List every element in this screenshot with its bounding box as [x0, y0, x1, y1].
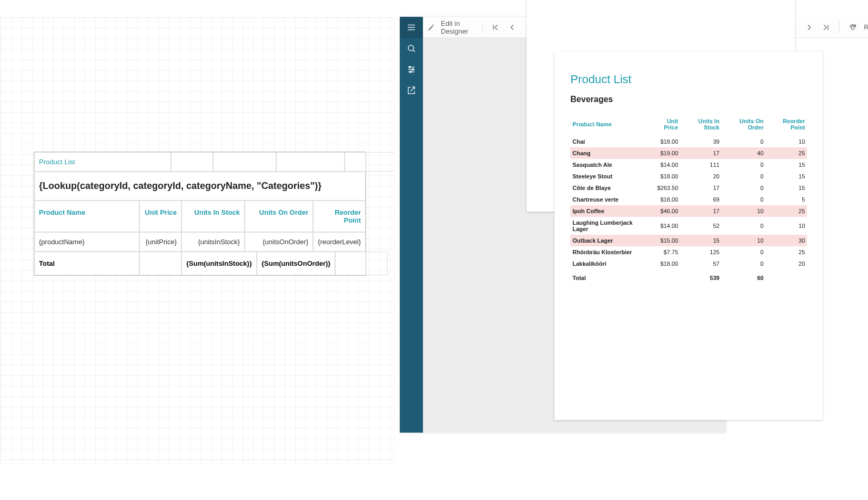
- table-row: Rhönbräu Klosterbier$7.75125025: [570, 246, 807, 258]
- table-row: Chai$18.0039010: [570, 136, 807, 147]
- refresh-icon: [849, 23, 857, 32]
- report-page: Product List Beverages Product Name Unit…: [554, 52, 823, 420]
- cell-stock: 17: [680, 147, 722, 159]
- field-units-order[interactable]: {unitsOnOrder}: [245, 232, 313, 252]
- designer-canvas[interactable]: Product List {Lookup(categoryId, categor…: [0, 17, 395, 464]
- col-header-stock[interactable]: Units In Stock: [181, 201, 245, 232]
- cell-price: $7.75: [649, 246, 680, 258]
- cell-price: $18.00: [649, 171, 680, 182]
- refresh-button[interactable]: [847, 22, 859, 33]
- viewer-window: Edit in Designer 1 / 1: [400, 17, 726, 433]
- cell-order: 0: [722, 136, 766, 147]
- col-header-reorder[interactable]: Reorder Point: [313, 201, 366, 232]
- separator: [839, 22, 840, 33]
- sum-order-expr[interactable]: {Sum(unitsOnOrder)}: [257, 252, 335, 275]
- cell-order: 40: [722, 147, 766, 159]
- cell-name: Outback Lager: [570, 235, 649, 246]
- document-viewport[interactable]: Product List Beverages Product Name Unit…: [423, 38, 868, 433]
- search-button[interactable]: [400, 38, 423, 59]
- field-product-name[interactable]: {productName}: [34, 232, 139, 252]
- cell-order: 10: [722, 235, 766, 246]
- col-header-price[interactable]: Unit Price: [139, 201, 181, 232]
- design-table[interactable]: Product List {Lookup(categoryId, categor…: [34, 152, 366, 276]
- svg-point-3: [408, 45, 414, 51]
- cell-name: Rhönbräu Klosterbier: [570, 246, 649, 258]
- cell-name: Sasquatch Ale: [570, 159, 649, 171]
- cell-reorder: 25: [765, 246, 807, 258]
- prev-page-button[interactable]: [507, 22, 518, 33]
- cell-order: 10: [722, 205, 766, 217]
- product-table: Product Name Unit Price Units In Stock U…: [570, 115, 807, 284]
- cell-reorder: 5: [765, 194, 807, 205]
- table-row: Sasquatch Ale$14.00111015: [570, 159, 807, 171]
- chevron-right-icon: [805, 23, 813, 32]
- sum-stock-expr[interactable]: {Sum(unitsInStock)}: [181, 252, 257, 275]
- cell-price: $15.00: [649, 235, 680, 246]
- refresh-label[interactable]: Refresh: [864, 23, 868, 31]
- total-label[interactable]: Total: [34, 252, 139, 275]
- cell-order: 0: [722, 258, 766, 269]
- parameters-button[interactable]: [400, 59, 423, 80]
- sliders-icon: [407, 65, 416, 74]
- th-name: Product Name: [570, 115, 649, 136]
- next-page-button[interactable]: [803, 22, 815, 33]
- export-button[interactable]: [400, 80, 423, 101]
- svg-point-8: [409, 66, 411, 68]
- cell-reorder: 25: [765, 205, 807, 217]
- menu-button[interactable]: [400, 17, 423, 38]
- cell-reorder: 10: [765, 217, 807, 235]
- cell-stock: 17: [680, 182, 722, 194]
- cell-reorder: 15: [765, 159, 807, 171]
- cell-price: $18.00: [649, 258, 680, 269]
- cell-price: $46.00: [649, 205, 680, 217]
- cell-order: 0: [722, 217, 766, 235]
- separator: [482, 22, 483, 33]
- col-header-order[interactable]: Units On Order: [245, 201, 313, 232]
- total-order: 60: [722, 269, 766, 284]
- viewer-main: Edit in Designer 1 / 1: [423, 17, 868, 433]
- cell-stock: 125: [680, 246, 722, 258]
- hamburger-icon: [407, 23, 416, 32]
- edit-designer-button[interactable]: [427, 22, 436, 33]
- field-units-stock[interactable]: {unitsInStock}: [181, 232, 245, 252]
- empty-cell[interactable]: [139, 252, 181, 275]
- viewer-area: Edit in Designer 1 / 1: [395, 0, 868, 500]
- total-label: Total: [570, 269, 649, 284]
- svg-line-11: [411, 87, 415, 91]
- export-icon: [407, 86, 416, 95]
- edit-designer-label[interactable]: Edit in Designer: [441, 19, 475, 35]
- design-title[interactable]: Product List: [34, 152, 171, 172]
- first-page-button[interactable]: [490, 22, 501, 33]
- report-title: Product List: [570, 73, 807, 86]
- report-category: Beverages: [570, 95, 807, 104]
- field-reorder[interactable]: {reorderLevel}: [313, 232, 366, 252]
- cell-order: 0: [722, 159, 766, 171]
- cell-name: Chang: [570, 147, 649, 159]
- cell-reorder: 15: [765, 182, 807, 194]
- cell-price: $14.00: [649, 159, 680, 171]
- cell-reorder: 20: [765, 258, 807, 269]
- cell-order: 0: [722, 246, 766, 258]
- empty-cell[interactable]: [171, 152, 213, 172]
- cell-name: Côte de Blaye: [570, 182, 649, 194]
- table-row: Côte de Blaye$263.5017015: [570, 182, 807, 194]
- viewer-sidebar: [400, 17, 423, 433]
- cell-name: Steeleye Stout: [570, 171, 649, 182]
- lookup-expression[interactable]: {Lookup(categoryId, categoryId, category…: [34, 172, 366, 201]
- empty-cell[interactable]: [213, 152, 276, 172]
- empty-cell[interactable]: [276, 152, 345, 172]
- th-order: Units On Order: [722, 115, 766, 136]
- last-page-button[interactable]: [820, 22, 832, 33]
- table-row: Chang$19.00174025: [570, 147, 807, 159]
- empty-cell[interactable]: [345, 152, 397, 172]
- last-page-icon: [822, 23, 830, 32]
- table-row: Ipoh Coffee$46.00171025: [570, 205, 807, 217]
- col-header-name[interactable]: Product Name: [34, 201, 139, 232]
- cell-reorder: 10: [765, 136, 807, 147]
- cell-name: Ipoh Coffee: [570, 205, 649, 217]
- empty-cell[interactable]: [335, 252, 388, 275]
- first-page-icon: [491, 23, 500, 32]
- field-unit-price[interactable]: {unitPrice}: [139, 232, 181, 252]
- svg-point-10: [410, 71, 411, 73]
- cell-stock: 17: [680, 205, 722, 217]
